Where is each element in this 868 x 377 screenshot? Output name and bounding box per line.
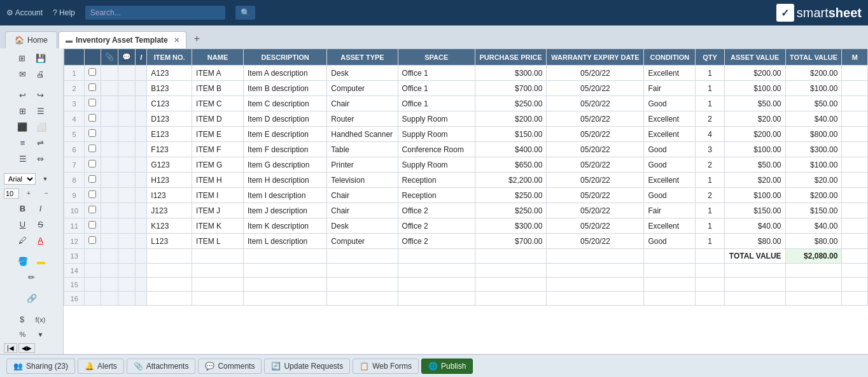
cell-total-value[interactable]: $40.00 xyxy=(785,111,842,127)
tab-home[interactable]: 🏠 Home xyxy=(5,31,57,48)
cell-space[interactable]: Supply Room xyxy=(398,111,475,127)
cell-space[interactable]: Supply Room xyxy=(398,127,475,142)
text-color-button[interactable]: A xyxy=(32,233,49,248)
formula-button[interactable]: f(x) xyxy=(32,312,50,327)
cell-item-no[interactable]: B123 xyxy=(147,81,192,96)
cell-item-no[interactable]: F123 xyxy=(147,142,192,157)
cell-name[interactable]: ITEM A xyxy=(192,66,244,81)
header-total-value[interactable]: TOTAL VALUE xyxy=(785,49,842,66)
cell-asset-type[interactable]: Printer xyxy=(327,157,398,173)
header-space[interactable]: SPACE xyxy=(398,49,475,66)
cell-space[interactable]: Office 1 xyxy=(398,96,475,111)
row-check[interactable] xyxy=(85,96,101,111)
cell-asset-value[interactable]: $150.00 xyxy=(724,203,785,218)
cell-description[interactable]: Item A description xyxy=(243,66,326,81)
cell-asset-type[interactable]: Chair xyxy=(327,188,398,203)
cell-asset-type[interactable]: Table xyxy=(327,142,398,157)
help-link[interactable]: ? Help xyxy=(53,8,75,17)
sheet-area[interactable]: 📎 💬 i ITEM NO. NAME DESCRIPTION ASSET TY… xyxy=(64,48,868,354)
cell-item-no[interactable]: E123 xyxy=(147,127,192,142)
header-qty[interactable]: QTY xyxy=(696,49,724,66)
attachments-button[interactable]: 📎 Attachments xyxy=(127,359,196,374)
header-asset-value[interactable]: ASSET VALUE xyxy=(724,49,785,66)
cell-asset-type[interactable]: Desk xyxy=(327,66,398,81)
cell-condition[interactable]: Good xyxy=(644,96,696,111)
header-name[interactable]: NAME xyxy=(192,49,244,66)
cell-item-no[interactable]: A123 xyxy=(147,66,192,81)
cell-space[interactable]: Office 2 xyxy=(398,234,475,249)
cell-warranty-expiry[interactable]: 05/20/22 xyxy=(547,218,644,234)
cell-asset-value[interactable]: $200.00 xyxy=(724,127,785,142)
cell-purchase-price[interactable]: $700.00 xyxy=(475,81,547,96)
table-row[interactable]: 10 J123 ITEM J Item J description Chair … xyxy=(64,203,868,218)
cell-warranty-expiry[interactable]: 05/20/22 xyxy=(547,173,644,188)
cell-qty[interactable]: 3 xyxy=(696,142,724,157)
cell-description[interactable]: Item D description xyxy=(243,111,326,127)
row-check[interactable] xyxy=(85,81,101,96)
update-requests-button[interactable]: 🔄 Update Requests xyxy=(264,359,350,374)
cell-description[interactable]: Item G description xyxy=(243,157,326,173)
web-forms-button[interactable]: 📋 Web Forms xyxy=(353,359,419,374)
link-button[interactable]: 🔗 xyxy=(23,291,41,306)
cell-description[interactable]: Item J description xyxy=(243,203,326,218)
cell-warranty-expiry[interactable]: 05/20/22 xyxy=(547,81,644,96)
bold-button[interactable]: B xyxy=(15,201,31,216)
scroll-down-button[interactable]: ▼ xyxy=(32,328,49,341)
cell-qty[interactable]: 2 xyxy=(696,111,724,127)
publish-button[interactable]: 🌐 Publish xyxy=(421,359,473,374)
cell-condition[interactable]: Fair xyxy=(644,81,696,96)
cell-warranty-expiry[interactable]: 05/20/22 xyxy=(547,188,644,203)
table-row[interactable]: 9 I123 ITEM I Item I description Chair R… xyxy=(64,188,868,203)
cell-qty[interactable]: 1 xyxy=(696,173,724,188)
italic-button[interactable]: I xyxy=(32,201,49,216)
cell-asset-type[interactable]: Handhed Scanner xyxy=(327,127,398,142)
paint-bucket-button[interactable]: 🪣 xyxy=(14,254,32,269)
cell-condition[interactable]: Excellent xyxy=(644,127,696,142)
cell-item-no[interactable]: H123 xyxy=(147,173,192,188)
bg-color-button[interactable]: 🖊 xyxy=(15,233,31,248)
cell-asset-type[interactable]: Chair xyxy=(327,96,398,111)
cell-asset-value[interactable]: $50.00 xyxy=(724,96,785,111)
search-button[interactable]: 🔍 xyxy=(235,6,255,20)
cell-qty[interactable]: 1 xyxy=(696,96,724,111)
row-check[interactable] xyxy=(85,173,101,188)
cell-total-value[interactable]: $300.00 xyxy=(785,142,842,157)
cell-warranty-expiry[interactable]: 05/20/22 xyxy=(547,157,644,173)
cell-asset-value[interactable]: $100.00 xyxy=(724,81,785,96)
sharing-button[interactable]: 👥 Sharing (23) xyxy=(6,359,75,374)
cell-asset-type[interactable]: Router xyxy=(327,111,398,127)
highlight-button[interactable]: ▬ xyxy=(33,254,50,269)
cell-space[interactable]: Conference Room xyxy=(398,142,475,157)
percent-button[interactable]: % xyxy=(15,328,31,341)
pencil-button[interactable]: ✏ xyxy=(24,270,40,285)
cell-asset-value[interactable]: $100.00 xyxy=(724,188,785,203)
print-button[interactable]: 🖨 xyxy=(32,67,49,82)
row-check[interactable] xyxy=(85,218,101,234)
cell-purchase-price[interactable]: $200.00 xyxy=(475,111,547,127)
tab-sheet[interactable]: ▬ Inventory Asset Template ✕ xyxy=(59,31,186,48)
cell-condition[interactable]: Good xyxy=(644,157,696,173)
currency-button[interactable]: $ xyxy=(14,312,31,327)
cell-name[interactable]: ITEM E xyxy=(192,127,244,142)
cell-name[interactable]: ITEM D xyxy=(192,111,244,127)
table-row[interactable]: 11 K123 ITEM K Item K description Desk O… xyxy=(64,218,868,234)
cell-asset-value[interactable]: $100.00 xyxy=(724,142,785,157)
cell-qty[interactable]: 1 xyxy=(696,203,724,218)
cell-total-value[interactable]: $150.00 xyxy=(785,203,842,218)
cell-item-no[interactable]: C123 xyxy=(147,96,192,111)
cell-name[interactable]: ITEM H xyxy=(192,173,244,188)
cell-asset-value[interactable]: $50.00 xyxy=(724,157,785,173)
cell-description[interactable]: Item L description xyxy=(243,234,326,249)
account-link[interactable]: ⚙ Account xyxy=(6,8,43,17)
font-size-up-button[interactable]: + xyxy=(20,187,37,199)
cell-condition[interactable]: Excellent xyxy=(644,173,696,188)
cell-total-value[interactable]: $50.00 xyxy=(785,96,842,111)
cell-asset-value[interactable]: $40.00 xyxy=(724,218,785,234)
cell-warranty-expiry[interactable]: 05/20/22 xyxy=(547,142,644,157)
cell-item-no[interactable]: D123 xyxy=(147,111,192,127)
cell-asset-value[interactable]: $20.00 xyxy=(724,111,785,127)
cell-condition[interactable]: Good xyxy=(644,188,696,203)
alerts-button[interactable]: 🔔 Alerts xyxy=(78,359,124,374)
cell-name[interactable]: ITEM G xyxy=(192,157,244,173)
cell-item-no[interactable]: J123 xyxy=(147,203,192,218)
